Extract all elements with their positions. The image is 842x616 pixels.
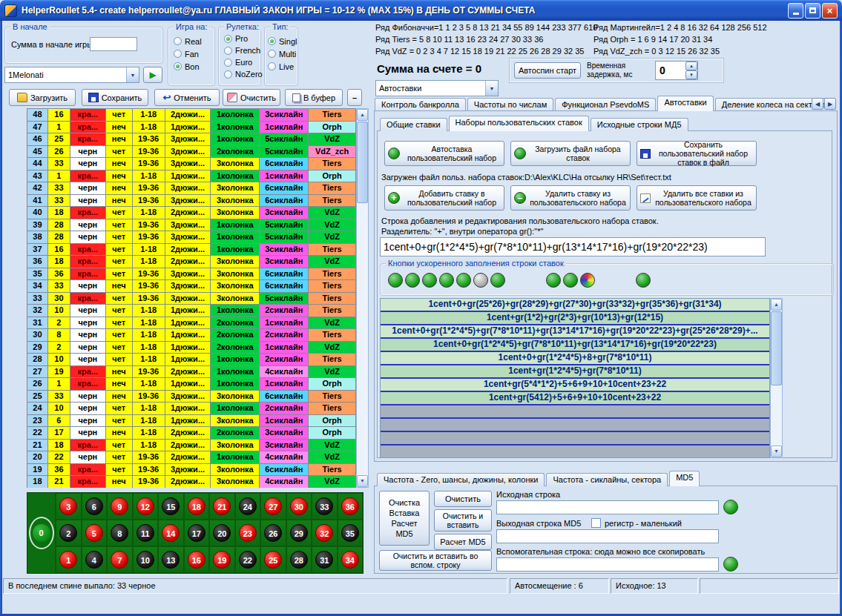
minimize-button[interactable] <box>788 3 803 19</box>
board-number-cell[interactable]: 15 <box>158 493 184 520</box>
bottom-tab[interactable]: Частота - сиклайны, сектора <box>546 473 668 486</box>
delay-spinner[interactable]: 0 ▲ ▼ <box>655 61 698 80</box>
board-number-cell[interactable]: 11 <box>133 520 159 546</box>
autobets-action-button[interactable]: Сохранить пользовательский набор ставок … <box>637 141 757 166</box>
clear-button[interactable]: Очистить <box>223 89 280 106</box>
quick-fill-button[interactable] <box>439 273 454 288</box>
board-number-cell[interactable]: 4 <box>82 546 108 573</box>
table-row[interactable]: 3433черннеч19-363дюжи...3колонка6сиклайн… <box>27 280 356 293</box>
tabs-scroll-left-icon[interactable]: ◀ <box>812 98 823 110</box>
chevron-down-icon[interactable]: ▼ <box>126 67 139 82</box>
table-row[interactable]: 308чернчет1-181дюжи...2колонка2сиклайнTi… <box>27 329 356 342</box>
collapse-button[interactable]: – <box>347 89 362 106</box>
md5-clear-button[interactable]: Очистить <box>434 491 492 507</box>
scroll-up-icon[interactable]: ▲ <box>771 299 782 311</box>
table-row[interactable]: 2810чернчет1-181дюжи...1колонка2сиклайнT… <box>27 354 356 366</box>
md5-output-input[interactable] <box>496 529 719 543</box>
md5-aux-input[interactable] <box>496 557 719 572</box>
copy-to-buffer-button[interactable]: В буфер <box>285 89 343 106</box>
table-row[interactable]: 4526чернчет19-363дюжи...2колонка5сиклайн… <box>27 146 356 159</box>
board-number-cell[interactable]: 7 <box>107 546 133 573</box>
autobets-combobox[interactable]: Автоставки ▼ <box>375 80 499 96</box>
load-button[interactable]: Загрузить <box>9 89 76 106</box>
roulette-radio-option[interactable]: French <box>219 44 260 56</box>
roulette-radio-option[interactable]: Euro <box>219 56 260 68</box>
main-tab[interactable]: Контроль банкролла <box>375 98 466 111</box>
board-number-cell[interactable]: 31 <box>312 546 338 573</box>
sub-tab[interactable]: Наборы пользовательских ставок <box>449 116 589 131</box>
table-row[interactable]: 2533черннеч19-363дюжи...3колонка6сиклайн… <box>27 391 356 403</box>
bottom-tab[interactable]: Частота - Zero, шансы, дюжины, колонки <box>377 473 545 486</box>
autobets-action-button[interactable]: Удалить ставку из пользовательского набо… <box>510 185 631 211</box>
table-row[interactable]: 2118кра...чет1-182дюжи...3колонка3сиклай… <box>27 440 356 452</box>
scrollbar-thumb[interactable] <box>771 311 782 385</box>
board-number-cell[interactable]: 8 <box>107 520 133 546</box>
table-row[interactable]: 2022чернчет19-362дюжи...1колонка4сиклайн… <box>27 451 356 464</box>
quick-fill-button[interactable] <box>405 273 420 288</box>
md5-calc-button[interactable]: Расчет MD5 <box>434 534 492 550</box>
table-row[interactable]: 236чернчет1-181дюжи...3колонка1сиклайнOr… <box>27 415 356 428</box>
sub-tab[interactable]: Исходные строки МД5 <box>591 118 688 131</box>
board-number-cell[interactable]: 28 <box>286 546 312 573</box>
bet-list-item[interactable]: 1cent+gr(1*2*4*5)+gr(7*8*10*11) <box>381 365 769 379</box>
undo-button[interactable]: ↩ Отменить <box>154 89 220 106</box>
register-checkbox[interactable] <box>591 518 601 528</box>
board-number-cell[interactable]: 18 <box>184 493 210 520</box>
scroll-up-icon[interactable]: ▲ <box>357 109 368 121</box>
board-number-cell[interactable]: 34 <box>338 546 364 573</box>
board-number-cell[interactable]: 12 <box>133 493 159 520</box>
maximize-button[interactable] <box>805 3 820 19</box>
scroll-down-icon[interactable]: ▼ <box>357 475 368 487</box>
quick-fill-button[interactable] <box>563 273 578 288</box>
roulette-radio-option[interactable]: NoZero <box>219 68 260 80</box>
quick-fill-button[interactable] <box>636 273 651 288</box>
table-row[interactable]: 3828чернчет19-363дюжи...1колонка5сиклайн… <box>27 231 356 244</box>
bet-list-item[interactable]: 1cent+gr(1*2)+gr(2*3)+gr(10*13)+gr(12*15… <box>381 312 769 325</box>
table-row[interactable]: 1821кра...неч19-362дюжи...3колонка4сикла… <box>27 476 356 488</box>
quick-fill-button[interactable] <box>473 273 488 288</box>
main-tab[interactable]: Частоты по числам <box>467 98 553 111</box>
md5-aux-coin-button[interactable] <box>723 557 738 572</box>
save-button[interactable]: Сохранить <box>82 89 148 106</box>
board-number-cell[interactable]: 23 <box>235 520 261 546</box>
autobets-action-button[interactable]: Автоставка пользовательский набор <box>384 141 504 166</box>
start-sum-input[interactable] <box>90 37 137 51</box>
board-number-cell[interactable]: 14 <box>158 520 184 546</box>
board-number-cell[interactable]: 33 <box>312 493 338 520</box>
board-number-cell[interactable]: 6 <box>82 493 108 520</box>
board-number-cell[interactable]: 16 <box>184 546 210 573</box>
board-number-cell[interactable]: 27 <box>260 493 286 520</box>
md5-big-button[interactable]: Очистка Вставка Расчет MD5 <box>379 491 430 546</box>
table-row[interactable]: 3928чернчет19-363дюжи...1колонка5сиклайн… <box>27 219 356 232</box>
board-number-cell[interactable]: 25 <box>260 546 286 573</box>
board-number-cell[interactable]: 9 <box>107 493 133 520</box>
board-number-cell[interactable]: 21 <box>209 493 235 520</box>
board-number-cell[interactable]: 13 <box>158 546 184 573</box>
bet-list-item[interactable]: 1cent+gr(5*4*1*2)+5+6+9+10+10cent+23+22 <box>381 379 769 392</box>
preset-combobox[interactable]: 1Melonati ▼ <box>4 67 139 83</box>
quick-fill-button[interactable] <box>580 273 595 288</box>
quick-fill-button[interactable] <box>456 273 471 288</box>
table-row[interactable]: 4018кра...чет1-182дюжи...3колонка3сиклай… <box>27 207 356 219</box>
table-row[interactable]: 4133черннеч19-363дюжи...3колонка6сиклайн… <box>27 195 356 208</box>
table-row[interactable]: 2217черннеч1-182дюжи...2колонка3сиклайнO… <box>27 427 356 440</box>
table-row[interactable]: 2410чернчет1-181дюжи...1колонка2сиклайнT… <box>27 403 356 415</box>
board-number-cell[interactable]: 3 <box>56 493 82 520</box>
autospin-start-button[interactable]: Автоспин старт <box>514 62 581 79</box>
autobets-action-button[interactable]: Загрузить файл набора ставок <box>510 141 631 166</box>
scrollbar-thumb[interactable] <box>357 122 368 203</box>
type-radio-option[interactable]: Multi <box>265 47 297 60</box>
board-number-cell[interactable]: 10 <box>133 546 159 573</box>
bet-list-item[interactable]: 1cent+0+gr(1*2*4*5)+gr(7*8*10*11)+gr(13*… <box>381 339 769 352</box>
table-row[interactable]: 3618кра...чет1-182дюжи...3колонка3сиклай… <box>27 256 356 268</box>
bet-list-item[interactable]: 1cent+0+gr(1*2*4*5)+gr(7*8*10*11)+gr(13*… <box>381 325 769 339</box>
md5-source-coin-button[interactable] <box>723 500 738 514</box>
game-on-radio-option[interactable]: Fan <box>168 47 214 60</box>
table-row[interactable]: 312чернчет1-181дюжи...2колонка1сиклайнVd… <box>27 317 356 330</box>
md5-clear-paste-aux-button[interactable]: Очистить и вставить во вспом. строку <box>379 550 492 571</box>
table-row[interactable]: 3210чернчет1-181дюжи...1колонка2сиклайнT… <box>27 305 356 317</box>
board-number-cell[interactable]: 2 <box>56 520 82 546</box>
roulette-radio-option[interactable]: Pro <box>219 33 260 44</box>
chevron-down-icon[interactable]: ▼ <box>485 81 498 96</box>
board-number-cell[interactable]: 36 <box>338 493 364 520</box>
